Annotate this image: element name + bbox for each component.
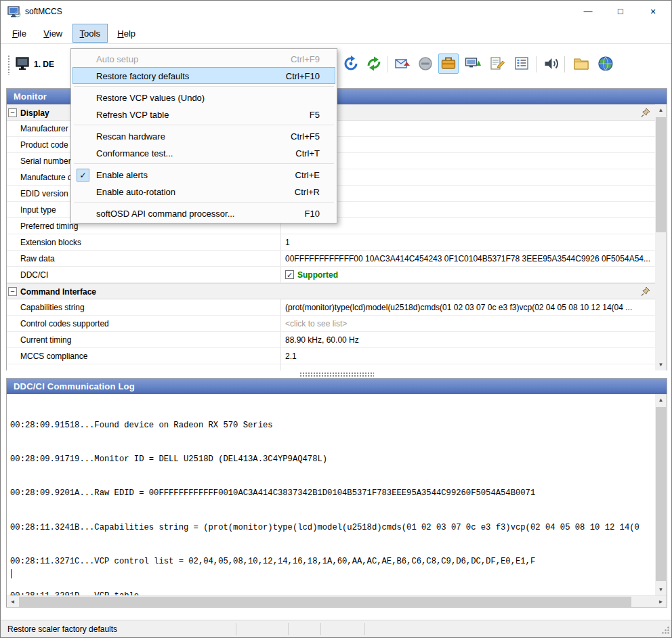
pin-icon[interactable] <box>641 108 650 120</box>
menu-item-shortcut: F5 <box>310 106 320 122</box>
grid-row-clipped[interactable] <box>7 364 667 370</box>
menu-checkmark-icon: ✓ <box>77 169 89 182</box>
pin-icon[interactable] <box>641 286 650 299</box>
menu-item-restore-vcp-values[interactable]: Restore VCP values (Undo) <box>72 89 335 106</box>
vcp-table-icon[interactable] <box>511 54 532 74</box>
log-line: 00:28:11.3271C...VCP control list = 02,0… <box>10 556 655 568</box>
text-caret <box>11 569 12 578</box>
scroll-up-icon[interactable]: ▲ <box>655 104 667 116</box>
conformance-test-icon[interactable] <box>392 54 413 74</box>
menu-item-shortcut: Ctrl+E <box>295 167 320 182</box>
scroll-thumb[interactable] <box>656 117 666 232</box>
titlebar[interactable]: softMCCS — □ × <box>1 1 671 24</box>
grid-row-capabilities-string[interactable]: Capabilities string (prot(monitor)type(l… <box>7 299 667 316</box>
menu-tools[interactable]: Tools <box>72 24 108 43</box>
menu-item-rescan-hardware[interactable]: Rescan hardware Ctrl+F5 <box>72 127 335 144</box>
app-window: softMCCS — □ × File View Tools Help 1. D… <box>0 0 672 638</box>
menu-item-auto-setup[interactable]: Auto setup Ctrl+F9 <box>72 50 335 67</box>
splitter-grip-icon[interactable] <box>299 372 374 377</box>
log-line: 00:28:09.91518...Found device on Radeon … <box>10 420 655 431</box>
scroll-right-icon[interactable]: ► <box>655 596 667 608</box>
statusbar-hint: Restore scaler factory defaults <box>7 624 117 634</box>
menu-item-shortcut: F10 <box>305 205 320 221</box>
menu-item-enable-alerts[interactable]: ✓ Enable alerts Ctrl+E <box>72 166 335 183</box>
section-row-command-interface[interactable]: − Command Interface <box>7 283 667 299</box>
collapse-icon[interactable]: − <box>8 108 17 117</box>
grid-vertical-scrollbar[interactable]: ▲ ▼ <box>655 104 667 370</box>
menu-item-restore-factory-defaults[interactable]: Restore factory defaults Ctrl+F10 <box>72 67 335 84</box>
monitor-selector-label: 1. DE <box>34 60 54 69</box>
toolbar-separator <box>387 56 387 72</box>
statusbar-separator <box>288 623 289 635</box>
menu-item-shortcut: Ctrl+R <box>295 184 320 199</box>
factory-defaults-icon[interactable] <box>438 54 459 74</box>
web-globe-icon[interactable] <box>595 54 616 74</box>
grid-row-current-timing[interactable]: Current timing 88.90 kHz, 60.00 Hz <box>7 332 667 348</box>
scroll-up-icon[interactable]: ▲ <box>655 394 667 406</box>
row-value: ✓ Supported <box>280 267 655 282</box>
grid-row-extension-blocks[interactable]: Extension blocks 1 <box>7 234 667 251</box>
row-value: (prot(monitor)type(lcd)model(u2518d)cmds… <box>280 299 655 315</box>
menu-item-softosd-api-processor[interactable]: softOSD API command processor... F10 <box>72 205 335 221</box>
log-text-area[interactable]: 00:28:09.91518...Found device on Radeon … <box>7 394 667 595</box>
grid-row-mccs-compliance[interactable]: MCCS compliance 2.1 <box>7 348 667 364</box>
minimize-button[interactable]: — <box>572 1 604 22</box>
log-line: 00:28:09.9201A...Raw EDID = 00FFFFFFFFFF… <box>10 488 655 499</box>
ddcci-log-header: DDC/CI Communication Log <box>7 379 667 394</box>
menu-item-label: Enable alerts <box>96 167 148 182</box>
toolbar-grip[interactable] <box>7 55 11 75</box>
log-line: 00:28:09.91719...Monitor ID = DELL U2518… <box>10 454 655 465</box>
statusbar-separator <box>320 623 321 635</box>
menu-item-label: Auto setup <box>96 51 138 66</box>
row-label: Extension blocks <box>20 234 280 250</box>
menu-separator <box>74 163 334 164</box>
panel-splitter[interactable] <box>6 370 667 378</box>
detect-devices-icon[interactable] <box>341 54 361 74</box>
menu-view[interactable]: View <box>36 24 70 43</box>
row-value-click-to-see-list[interactable]: <click to see list> <box>280 316 655 331</box>
menu-file[interactable]: File <box>5 24 34 43</box>
menu-item-shortcut: Ctrl+F5 <box>291 128 320 144</box>
log-vertical-scrollbar[interactable]: ▲ ▼ <box>655 394 667 595</box>
open-folder-icon[interactable] <box>571 54 591 74</box>
scroll-thumb[interactable] <box>19 597 631 607</box>
alerts-speaker-icon[interactable] <box>541 54 562 74</box>
scroll-down-icon[interactable]: ▼ <box>655 584 667 595</box>
resize-grip-icon[interactable] <box>661 626 670 637</box>
grid-row-raw-data[interactable]: Raw data 00FFFFFFFFFFFF00 10AC3A414C4542… <box>7 251 667 267</box>
collapse-icon[interactable]: − <box>8 287 17 296</box>
window-title: softMCCS <box>25 7 62 16</box>
refresh-icon[interactable] <box>364 54 384 74</box>
log-line: 00:28:11.3291D...VCP table <box>10 591 655 595</box>
restore-monitor-icon[interactable] <box>463 54 483 74</box>
grid-row-control-codes[interactable]: Control codes supported <click to see li… <box>7 316 667 332</box>
row-value: 00FFFFFFFFFFFF00 10AC3A414C454243 0F1C01… <box>280 251 655 266</box>
tools-menu-popup: Auto setup Ctrl+F9 Restore factory defau… <box>70 48 337 224</box>
ddcci-log-panel: DDC/CI Communication Log 00:28:09.91518.… <box>6 378 667 608</box>
menu-help[interactable]: Help <box>110 24 143 43</box>
row-label <box>20 364 280 370</box>
menu-item-refresh-vcp-table[interactable]: Refresh VCP table F5 <box>72 106 335 123</box>
menu-separator <box>74 202 334 203</box>
close-button[interactable]: × <box>637 1 669 22</box>
menu-item-shortcut: Ctrl+T <box>295 145 320 161</box>
menu-item-conformance-test[interactable]: Conformance test... Ctrl+T <box>72 144 335 161</box>
edit-settings-icon[interactable] <box>487 54 507 74</box>
stop-icon[interactable] <box>415 54 436 74</box>
log-lines: 00:28:09.91518...Found device on Radeon … <box>10 397 655 595</box>
maximize-button[interactable]: □ <box>605 1 636 22</box>
checked-checkbox-icon: ✓ <box>285 270 294 279</box>
scroll-left-icon[interactable]: ◄ <box>7 596 18 608</box>
row-value <box>280 364 655 370</box>
grid-row-ddcci[interactable]: DDC/CI ✓ Supported <box>7 267 667 283</box>
monitor-selector[interactable]: 1. DE <box>16 54 54 75</box>
toolbar-separator <box>536 56 537 72</box>
ddcci-supported-text: Supported <box>297 270 338 280</box>
scroll-thumb[interactable] <box>656 407 666 581</box>
app-icon <box>7 6 21 18</box>
log-horizontal-scrollbar[interactable]: ◄ ► <box>7 595 667 607</box>
menu-item-label: Enable auto-rotation <box>96 184 175 199</box>
menu-item-label: Rescan hardware <box>96 128 165 144</box>
menu-item-enable-auto-rotation[interactable]: Enable auto-rotation Ctrl+R <box>72 183 335 200</box>
scroll-down-icon[interactable]: ▼ <box>655 359 667 370</box>
